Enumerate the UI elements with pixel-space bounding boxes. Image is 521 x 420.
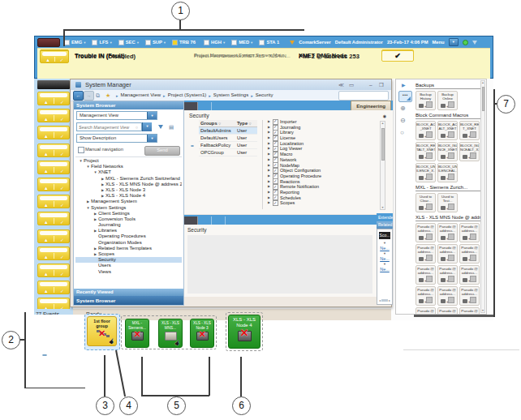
- drop-target-box[interactable]: [426, 131, 433, 138]
- back-button[interactable]: ←: [73, 91, 84, 101]
- filter-icon[interactable]: ▽: [249, 122, 252, 126]
- tree-item[interactable]: Operating Procedures: [75, 234, 182, 239]
- favorite-icon[interactable]: ★: [105, 92, 110, 99]
- tree-expander-icon[interactable]: ▼: [93, 169, 98, 175]
- tree-item[interactable]: Organization Modes: [75, 240, 182, 246]
- table-row[interactable]: DefaultUsersUser: [199, 135, 257, 142]
- related-item[interactable]: ▼ Ne...: [377, 251, 392, 262]
- macro-tile[interactable]: Pseudo @ address... +: [437, 286, 458, 306]
- permission-row[interactable]: ▶ Remote Notification: [268, 184, 373, 190]
- textual-viewer-icon[interactable]: •••: [398, 91, 412, 102]
- vertical-scrollbar[interactable]: ▲ ▼: [380, 121, 385, 210]
- selected-tile-cell[interactable]: 1st floor group ✕ ☛: [84, 314, 120, 350]
- tree-expander-icon[interactable]: ▶: [100, 182, 105, 187]
- drop-target-box[interactable]: [448, 174, 454, 180]
- permission-row[interactable]: ▶ License: [268, 135, 373, 141]
- permission-row[interactable]: ▶ Library: [268, 130, 373, 135]
- scroll-up-icon[interactable]: ▲: [481, 81, 484, 84]
- tree-item[interactable]: ▶XLS - XLS Node 3: [75, 187, 182, 193]
- split-view-icon[interactable]: ⧉: [96, 92, 100, 99]
- breadcrumb-item[interactable]: ▸ Security: [251, 92, 273, 99]
- macro-tile[interactable]: Pseudo @ address... +: [437, 265, 458, 285]
- macro-tile[interactable]: Backup Online +: [437, 91, 458, 110]
- macro-tile[interactable]: Pseudo @ address... +: [416, 265, 436, 285]
- restore-button[interactable]: ❐: [379, 81, 384, 88]
- drop-target-box[interactable]: [470, 255, 476, 261]
- table-header[interactable]: Groups ▽Type ▽: [199, 120, 257, 127]
- scrollbar-thumb[interactable]: [381, 299, 388, 302]
- macro-tile[interactable]: BLOCK_UNS ILENCEAL... +: [437, 163, 458, 182]
- tree-item[interactable]: ▼System Settings: [75, 205, 182, 211]
- permission-row[interactable]: ▶ Reactions: [268, 179, 373, 185]
- category-tab[interactable]: LFS ▾: [92, 40, 111, 45]
- macro-tile[interactable]: BLOCK_ACK _XNET +: [416, 121, 436, 140]
- permission-row[interactable]: ▶ Importer: [268, 119, 373, 125]
- tree-item[interactable]: Users: [75, 263, 182, 268]
- macro-tile[interactable]: BLOCK_UNS ILENCE_X... +: [416, 163, 436, 182]
- event-alarm-item[interactable]: ▲ ✓: [37, 195, 70, 208]
- tree-item[interactable]: ▶Libraries: [75, 228, 182, 234]
- scrollbar-thumb[interactable]: [482, 87, 484, 111]
- event-alarm-item[interactable]: ▲ ✓: [37, 126, 70, 139]
- macro-tile[interactable]: Pseudo @ address... +: [437, 223, 458, 242]
- tree-expander-icon[interactable]: ▶: [93, 251, 98, 257]
- macro-tile[interactable]: BLOCK_RESE T_XNET +: [459, 121, 480, 140]
- manual-navigation-checkbox[interactable]: [78, 147, 84, 153]
- event-alarm-item[interactable]: ▲ ✓: [37, 178, 70, 191]
- save-filter-icon[interactable]: ▤: [169, 123, 174, 131]
- drop-target-box[interactable]: [426, 101, 433, 108]
- filter-funnel-icon[interactable]: [158, 125, 163, 129]
- drop-target-box[interactable]: [426, 255, 433, 261]
- event-alarm-item[interactable]: ▲ ✓: [37, 109, 70, 122]
- tree-item[interactable]: ▶Management System: [75, 199, 182, 204]
- macro-tile[interactable]: Pseudo @ address... +: [416, 307, 436, 315]
- secondary-funnel-icon[interactable]: [472, 41, 477, 45]
- dropdown-icon[interactable]: ▼: [147, 112, 157, 119]
- tree-expander-icon[interactable]: ▶: [100, 193, 105, 199]
- scroll-up-icon[interactable]: ▲: [381, 122, 385, 125]
- drop-target-box[interactable]: [470, 297, 476, 303]
- permission-row[interactable]: ▶ Network: [268, 157, 373, 163]
- tree-item[interactable]: ▶MXL - Siemens Zurich Switzerland: [75, 176, 182, 182]
- drop-target-box[interactable]: [448, 255, 454, 261]
- category-tab[interactable]: TRB 76: [172, 40, 197, 45]
- drop-target-box[interactable]: [470, 152, 476, 159]
- table-row[interactable]: OPCGroupUser: [199, 149, 257, 156]
- pin-icon[interactable]: ◉: [383, 114, 386, 118]
- event-alarm-item[interactable]: ▲ ✓: [37, 144, 70, 157]
- tree-item[interactable]: Views: [75, 269, 182, 275]
- node-tile[interactable]: XLS - XLS Node 4 ✕: [228, 315, 260, 349]
- related-item[interactable]: ▼ Ne...: [377, 241, 392, 251]
- recently-viewed-bar[interactable]: Recently Viewed: [74, 289, 183, 296]
- forward-button[interactable]: →: [84, 91, 94, 101]
- search-input[interactable]: [76, 122, 142, 131]
- node-tile[interactable]: XLS - XLS Node 3 ✕: [190, 319, 214, 348]
- tree-item[interactable]: ▶XLS - XLS MNS Node @ address 2: [75, 182, 182, 187]
- drop-target-box[interactable]: [470, 276, 476, 282]
- drop-target-box[interactable]: [448, 276, 454, 282]
- event-alarm-item[interactable]: ▲ ✓: [37, 92, 70, 105]
- event-alarm-item[interactable]: ▲ ✓: [37, 212, 70, 225]
- drop-target-box[interactable]: [426, 174, 433, 180]
- macro-tile[interactable]: BLOCK_ISLE NCEALT_X... +: [459, 142, 480, 161]
- pane-icon[interactable]: ▭: [349, 81, 354, 88]
- macro-tile[interactable]: Pseudo @ address... +: [459, 286, 480, 306]
- related-item-link[interactable]: Ne...: [377, 256, 392, 262]
- tree-expander-icon[interactable]: ▶: [100, 187, 105, 193]
- macro-tile[interactable]: Pseudo @ address... +: [459, 265, 480, 285]
- related-items-header[interactable]: Related Ite...: [377, 221, 393, 229]
- scroll-down-icon[interactable]: ▼: [481, 309, 484, 312]
- tree-expander-icon[interactable]: ▶: [93, 228, 98, 234]
- tree-expander-icon[interactable]: ▼: [85, 164, 91, 169]
- quick-search-input[interactable]: [338, 91, 389, 101]
- tree-item[interactable]: ▶Conversion Tools: [75, 216, 182, 222]
- drop-target-box[interactable]: [426, 204, 433, 210]
- zoom-out-icon[interactable]: ⊖: [400, 117, 406, 124]
- tree-expander-icon[interactable]: ▶: [93, 246, 98, 251]
- filter-icon[interactable]: ▽: [218, 122, 221, 126]
- breadcrumb-item[interactable]: ▸ Management View: [116, 92, 161, 99]
- event-alarm-item[interactable]: ▲ ✓: [37, 229, 70, 243]
- category-tab[interactable]: SUP ▾: [145, 40, 166, 45]
- permission-row[interactable]: ▶ Log Viewer: [268, 146, 373, 152]
- extended-tab[interactable]: Extended: [377, 213, 393, 221]
